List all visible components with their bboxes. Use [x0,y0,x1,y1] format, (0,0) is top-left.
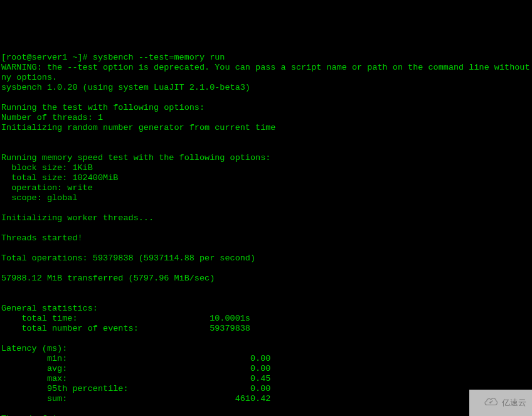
output-body: WARNING: the --test option is deprecated… [1,63,531,416]
terminal-output[interactable]: [root@server1 ~]# sysbench --test=memory… [1,43,531,416]
watermark-text: 亿速云 [502,398,526,408]
cloud-icon [475,386,499,416]
watermark-badge: 亿速云 [469,390,532,416]
prompt-line-command: [root@server1 ~]# sysbench --test=memory… [1,53,225,62]
